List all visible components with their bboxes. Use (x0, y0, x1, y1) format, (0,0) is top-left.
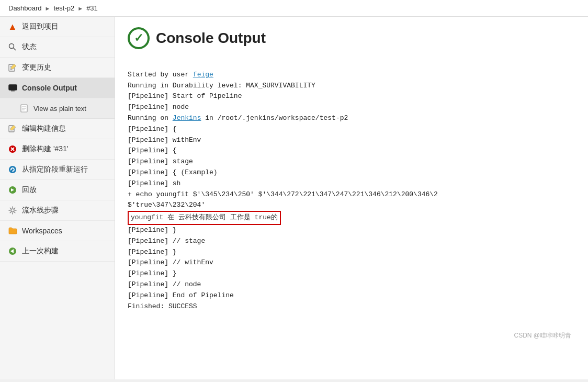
user-link[interactable]: feige (193, 71, 213, 78)
breadcrumb-sep2: ► (77, 5, 83, 12)
console-line-19: [Pipeline] // node (128, 280, 201, 288)
console-line-9: [Pipeline] stage (128, 158, 193, 165)
sidebar-label: 编辑构建信息 (22, 124, 66, 133)
sidebar-label: 上一次构建 (22, 246, 59, 256)
svg-line-1 (14, 48, 16, 51)
sidebar-item-pipeline-steps[interactable]: 流水线步骤 (0, 200, 115, 221)
up-arrow-icon: ▲ (7, 21, 18, 32)
sidebar-label: 删除构建 '#31' (22, 144, 69, 154)
breadcrumb-sep1: ► (45, 5, 51, 12)
document-icon (19, 103, 29, 114)
page-title: Console Output (156, 30, 266, 47)
svg-rect-8 (11, 91, 15, 92)
console-line-12: + echo youngfit $'\345\234\250' $'\344\2… (128, 190, 438, 198)
delete-icon (7, 144, 18, 154)
footer-watermark: CSDN @哇咔咔明青 (128, 331, 575, 340)
pencil-icon (7, 123, 18, 134)
sidebar-item-console-output[interactable]: Console Output (0, 78, 115, 98)
breadcrumb-build: #31 (86, 4, 98, 12)
console-line-17: [Pipeline] // withEnv (128, 259, 213, 266)
sidebar-label: 流水线步骤 (22, 206, 59, 215)
svg-point-22 (11, 209, 14, 212)
breadcrumb-project[interactable]: test-p2 (54, 4, 75, 12)
sidebar-item-view-plain-text[interactable]: View as plain text (0, 98, 115, 119)
svg-point-19 (9, 166, 16, 173)
jenkins-link2[interactable]: Jenkins (173, 114, 201, 122)
console-line-7: [Pipeline] withEnv (128, 136, 201, 144)
sidebar-label: 返回到项目 (22, 22, 59, 31)
console-line-5: Running on Jenkins in /root/.jenkins/wor… (128, 114, 348, 122)
svg-rect-7 (9, 85, 17, 90)
sidebar-label: 变更历史 (22, 63, 51, 72)
console-line-13: $'true\347\232\204' (128, 201, 205, 209)
svg-point-0 (9, 44, 14, 49)
sidebar-label: View as plain text (33, 105, 86, 113)
console-line-2: Running in Durability level: MAX_SURVIVA… (128, 82, 315, 89)
console-output: Started by user feige Running in Durabil… (128, 59, 575, 323)
restart-icon (7, 164, 18, 175)
sidebar-label: Workspaces (22, 227, 62, 235)
sidebar-item-back-to-project[interactable]: ▲ 返回到项目 (0, 17, 115, 37)
gear-icon (7, 205, 18, 216)
console-line-14: [Pipeline] } (128, 226, 177, 234)
console-line-3: [Pipeline] Start of Pipeline (128, 92, 242, 100)
sidebar-label: 回放 (22, 185, 37, 195)
sidebar-label: Console Output (22, 84, 77, 92)
console-line-15: [Pipeline] // stage (128, 237, 205, 245)
monitor-icon (7, 83, 18, 93)
sidebar-item-change-history[interactable]: 变更历史 (0, 58, 115, 78)
console-line-4: [Pipeline] node (128, 103, 189, 111)
sidebar: ▲ 返回到项目 状态 (0, 17, 115, 379)
console-line-highlight: youngfit 在 云科技有限公司 工作是 true的 (128, 214, 281, 221)
console-line-started: Started by user feige (128, 71, 213, 78)
console-line-10: [Pipeline] { (Example) (128, 168, 218, 176)
folder-icon (7, 226, 18, 236)
search-icon (7, 42, 18, 52)
sidebar-item-delete-build[interactable]: 删除构建 '#31' (0, 139, 115, 160)
sidebar-label: 从指定阶段重新运行 (22, 165, 88, 174)
breadcrumb: Dashboard ► test-p2 ► #31 (0, 0, 588, 17)
sidebar-item-status[interactable]: 状态 (0, 37, 115, 58)
replay-icon (7, 185, 18, 195)
prev-arrow-icon (7, 246, 18, 256)
console-line-18: [Pipeline] } (128, 269, 177, 277)
sidebar-item-prev-build[interactable]: 上一次构建 (0, 241, 115, 262)
console-line-8: [Pipeline] { (128, 147, 177, 154)
page-header: ✓ Console Output (128, 27, 575, 49)
console-line-11: [Pipeline] sh (128, 179, 180, 187)
console-line-21: Finished: SUCCESS (128, 302, 197, 310)
sidebar-item-replay[interactable]: 回放 (0, 180, 115, 200)
sidebar-item-restart-from-stage[interactable]: 从指定阶段重新运行 (0, 160, 115, 180)
console-line-20: [Pipeline] End of Pipeline (128, 291, 234, 299)
sidebar-label: 状态 (22, 42, 37, 52)
highlight-text: youngfit 在 云科技有限公司 工作是 true的 (128, 211, 281, 225)
sidebar-item-edit-build-info[interactable]: 编辑构建信息 (0, 119, 115, 139)
console-line-16: [Pipeline] } (128, 248, 177, 256)
breadcrumb-dashboard[interactable]: Dashboard (8, 4, 42, 12)
edit-icon (7, 62, 18, 73)
sidebar-item-workspaces[interactable]: Workspaces (0, 221, 115, 241)
success-check-icon: ✓ (128, 27, 150, 49)
console-line-6: [Pipeline] { (128, 125, 177, 133)
main-content: ✓ Console Output Started by user feige R… (115, 17, 588, 379)
